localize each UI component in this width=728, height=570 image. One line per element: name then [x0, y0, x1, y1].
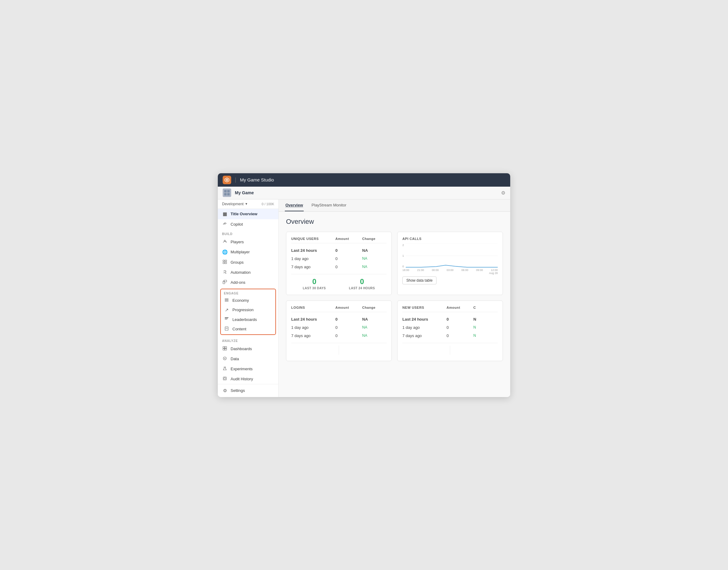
row-change: NA [362, 256, 387, 261]
y-label-1: 1 [402, 254, 404, 257]
sidebar-item-label: Economy [232, 298, 249, 303]
game-settings-icon[interactable]: ⚙ [501, 190, 505, 196]
row-label: 7 days ago [402, 333, 444, 338]
row-label: Last 24 hours [291, 317, 333, 321]
y-label-0: 0 [402, 265, 404, 268]
sidebar-item-label: Players [231, 240, 244, 244]
row-label: Last 24 hours [402, 317, 444, 321]
row-amount: 0 [447, 325, 471, 330]
sidebar-item-automation[interactable]: Automation [218, 267, 278, 277]
sidebar-item-addons[interactable]: Add-ons [218, 277, 278, 287]
sidebar-item-label: Automation [231, 270, 251, 275]
logins-row-0: Last 24 hours 0 NA [291, 315, 387, 323]
sidebar-item-audit-history[interactable]: Audit History [218, 374, 278, 384]
sidebar-item-economy[interactable]: Economy [221, 296, 275, 305]
sidebar-item-title-overview[interactable]: ▦ Title Overview [218, 209, 278, 219]
sidebar: Development ▼ 0 / 100K ▦ Title Overview [218, 200, 279, 397]
logins-row-1: 1 day ago 0 NA [291, 323, 387, 332]
chevron-down-icon: ▼ [245, 202, 248, 206]
row-amount: 0 [335, 325, 360, 330]
game-icon [223, 189, 231, 197]
row-change: N [473, 317, 498, 321]
title-overview-icon: ▦ [222, 211, 228, 217]
content-icon [224, 326, 229, 332]
x-label-06: 06:00 [462, 269, 469, 272]
unique-users-row-1: 1 day ago 0 NA [291, 255, 387, 263]
chart-date: Aug 28 [489, 272, 498, 275]
cards-row-2: LOGINS Amount Change Last 24 hours 0 NA … [286, 301, 503, 361]
engage-section-label: ENGAGE [221, 290, 275, 296]
row-change: NA [362, 248, 387, 253]
row-label: 1 day ago [291, 325, 333, 330]
svg-point-27 [224, 377, 226, 379]
row-amount: 0 [447, 333, 471, 338]
unique-users-card: UNIQUE USERS Amount Change Last 24 hours… [286, 232, 392, 295]
experiments-icon [222, 366, 228, 371]
row-change: NA [362, 317, 387, 321]
row-change: N [473, 325, 498, 330]
unique-users-col-change: Change [362, 237, 387, 241]
env-selector[interactable]: Development ▼ 0 / 100K [218, 200, 278, 209]
svg-rect-13 [225, 317, 228, 318]
row-change: NA [362, 325, 387, 330]
sidebar-item-settings[interactable]: ⚙ Settings [218, 385, 278, 396]
row-amount: 0 [447, 317, 471, 321]
x-label-00: 00:00 [432, 269, 439, 272]
row-label: Last 24 hours [291, 248, 333, 253]
leaderboards-icon [224, 317, 229, 322]
x-label-21: 21:00 [417, 269, 424, 272]
new-users-row-0: Last 24 hours 0 N [402, 315, 498, 323]
svg-point-24 [225, 358, 225, 359]
top-bar: | My Game Studio [218, 173, 510, 187]
svg-rect-6 [223, 262, 225, 264]
svg-rect-4 [223, 260, 225, 262]
studio-title: My Game Studio [240, 177, 274, 183]
sidebar-item-label: Dashboards [231, 346, 252, 351]
svg-rect-21 [223, 348, 225, 350]
new-users-row-1: 1 day ago 0 N [402, 323, 498, 332]
logins-col-amount: Amount [335, 306, 360, 309]
main-layout: Development ▼ 0 / 100K ▦ Title Overview [218, 200, 510, 397]
sidebar-item-label: Settings [231, 388, 245, 393]
data-icon [222, 356, 228, 361]
tab-playstream-monitor[interactable]: PlayStream Monitor [311, 200, 347, 211]
new-users-col-change: C [473, 306, 498, 309]
logins-mini-chart [291, 346, 387, 355]
row-amount: 0 [335, 256, 360, 261]
content-area: Overview UNIQUE USERS Amount Change Last… [279, 212, 510, 397]
chart-area: 2 1 0 [402, 244, 498, 274]
sidebar-item-groups[interactable]: Groups [218, 257, 278, 267]
tab-overview[interactable]: Overview [285, 200, 304, 211]
economy-icon [224, 298, 229, 303]
last-24-hours-label: LAST 24 HOURS [349, 287, 375, 290]
svg-rect-11 [225, 300, 228, 301]
automation-icon [222, 270, 228, 275]
analyze-section-label: ANALYZE [218, 336, 278, 344]
sidebar-item-data[interactable]: Data [218, 354, 278, 364]
svg-point-3 [224, 240, 225, 241]
new-users-title: NEW USERS [402, 306, 444, 309]
sidebar-item-dashboards[interactable]: Dashboards [218, 344, 278, 354]
addons-icon [222, 280, 228, 285]
x-label-03: 03:00 [447, 269, 454, 272]
api-calls-title: API CALLS [402, 237, 498, 241]
sidebar-item-label: Add-ons [231, 280, 245, 285]
dashboards-icon [222, 346, 228, 351]
row-label: 1 day ago [291, 256, 333, 261]
svg-rect-5 [225, 260, 227, 262]
svg-point-2 [224, 223, 225, 224]
sidebar-item-label: Leaderboards [232, 317, 257, 322]
sidebar-item-content[interactable]: Content [221, 324, 275, 334]
row-amount: 0 [335, 333, 360, 338]
sidebar-item-multiplayer[interactable]: 🌐 Multiplayer [218, 247, 278, 257]
divider: | [235, 177, 236, 183]
sidebar-item-leaderboards[interactable]: Leaderboards [221, 315, 275, 324]
sidebar-item-progression[interactable]: ↗ Progression [221, 305, 275, 315]
sidebar-item-copilot[interactable]: Copilot [218, 219, 278, 229]
sidebar-item-experiments[interactable]: Experiments [218, 364, 278, 374]
sidebar-item-players[interactable]: Players [218, 237, 278, 247]
logins-title: LOGINS [291, 306, 333, 309]
api-calls-card: API CALLS 2 1 0 [397, 232, 503, 295]
progression-icon: ↗ [224, 307, 229, 313]
show-data-table-button[interactable]: Show data table [402, 276, 437, 284]
